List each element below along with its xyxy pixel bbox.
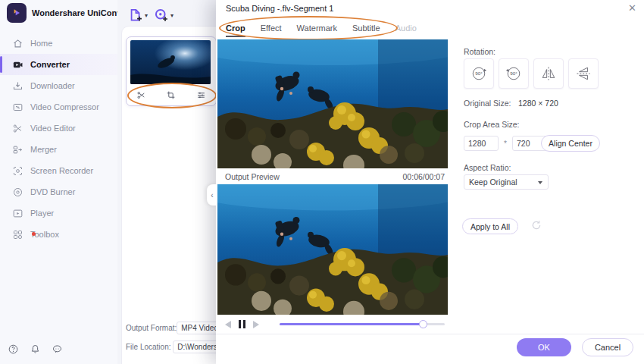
slider-fill [280,323,424,325]
scissors-icon [12,123,23,134]
output-preview[interactable] [217,184,448,315]
compress-icon [12,102,23,113]
sidebar-item-toolbox[interactable]: Toolbox [0,224,117,245]
source-preview[interactable] [217,39,448,168]
svg-text:90°: 90° [510,71,517,76]
next-frame-button[interactable] [253,321,259,328]
chevron-left-icon: ‹ [211,191,213,199]
rotation-buttons: 90° 90° [464,58,599,89]
app-logo-icon [7,3,27,23]
close-icon[interactable]: ✕ [628,2,636,14]
sidebar-item-merger[interactable]: Merger [0,139,117,160]
add-files-button[interactable]: ▾ [128,8,148,23]
sidebar-item-downloader[interactable]: Downloader [0,75,117,96]
flip-horizontal-button[interactable] [533,58,564,89]
tab-effect[interactable]: Effect [261,24,282,37]
seek-slider[interactable] [280,323,445,325]
preview-info-bar: Output Preview 00:06/00:07 [217,168,448,184]
tab-watermark[interactable]: Watermark [297,24,337,37]
time-display: 00:06/00:07 [403,172,445,181]
apply-to-all-button[interactable]: Apply to All [462,218,518,234]
sidebar-item-label: Merger [30,145,57,154]
rotation-label: Rotation: [464,47,496,56]
converter-icon [12,59,23,71]
cancel-button[interactable]: Cancel [582,338,633,356]
flip-vertical-button[interactable] [568,58,599,89]
tab-audio[interactable]: Audio [395,24,417,37]
ok-button[interactable]: OK [517,338,571,356]
sidebar-item-home[interactable]: Home [0,33,117,54]
svg-text:90°: 90° [475,71,483,76]
rotate-cw-button[interactable]: 90° [464,58,494,89]
chevron-down-icon: ▾ [170,12,174,19]
sidebar-item-label: Downloader [30,81,75,90]
add-dvd-button[interactable]: ▾ [154,8,174,23]
align-center-button[interactable]: Align Center [541,135,600,152]
rotate-ccw-button[interactable]: 90° [499,58,529,89]
playback-controls [217,315,448,334]
add-file-icon [128,8,143,23]
tab-crop[interactable]: Crop [226,24,245,37]
sidebar-item-label: DVD Burner [30,187,75,196]
reset-icon[interactable] [530,219,542,234]
footer-divider [216,334,644,334]
toolbox-icon [12,229,23,240]
bell-icon[interactable] [30,344,41,358]
aspect-ratio-value: Keep Original [469,177,517,187]
dialog-title: Scuba Diving -.flv-Segment 1 [226,4,333,13]
sidebar-item-player[interactable]: Player [0,202,117,224]
slider-thumb[interactable] [419,320,427,328]
output-format-value[interactable]: MP4 Video [177,322,220,334]
main-toolbar: ▾ ▾ [128,8,174,23]
clip-toolbar [127,89,216,103]
sidebar-menu: Home Converter Downloader Video Compress… [0,33,117,245]
sidebar-footer [8,344,63,358]
original-size-value: 1280 × 720 [518,99,558,108]
aspect-ratio-label: Aspect Ratio: [464,163,511,172]
prev-icon [225,321,231,328]
disc-icon [12,187,23,198]
crop-area-label: Crop Area Size: [464,120,520,129]
video-clip-card[interactable] [126,36,217,106]
trim-icon[interactable] [136,89,146,103]
output-preview-label: Output Preview [225,172,280,181]
next-icon [253,321,259,328]
player-icon [12,208,23,219]
dialog-tabs: Crop Effect Watermark Subtitle Audio [226,24,417,37]
video-thumbnail[interactable] [130,40,211,84]
crop-width-input[interactable] [464,136,499,151]
sidebar: Wondershare UniConverter Home Converter … [0,0,117,364]
crop-size-separator: * [504,140,507,148]
sidebar-item-video-editor[interactable]: Video Editor [0,118,117,139]
sidebar-collapse-button[interactable]: ‹ [207,184,217,206]
merge-icon [12,144,23,155]
pause-button[interactable] [239,320,245,328]
add-disc-icon [154,8,169,23]
aspect-ratio-select[interactable]: Keep Original [464,174,549,190]
sidebar-item-converter[interactable]: Converter [0,54,117,75]
main-area: ▾ ▾ [117,0,220,364]
sidebar-item-label: Player [30,209,54,218]
sidebar-item-label: Video Compressor [30,102,99,111]
notification-dot [32,232,36,236]
crop-icon[interactable] [166,89,176,103]
app-window: Wondershare UniConverter Home Converter … [0,0,644,364]
file-location-value[interactable]: D:\Wondersha [173,340,220,353]
file-location-label: File Location: [126,343,173,351]
sidebar-item-label: Home [30,39,52,48]
output-format-label: Output Format: [126,324,177,332]
original-size-label: Original Size: [464,99,511,108]
previous-frame-button[interactable] [225,321,231,328]
chevron-down-icon: ▾ [145,12,148,19]
effect-settings-icon[interactable] [196,89,206,103]
tab-subtitle[interactable]: Subtitle [352,24,380,37]
help-icon[interactable] [8,344,19,358]
sidebar-item-label: Converter [30,60,70,69]
home-icon [12,38,23,49]
sidebar-item-video-compressor[interactable]: Video Compressor [0,96,117,118]
sidebar-item-dvd-burner[interactable]: DVD Burner [0,181,117,202]
sidebar-item-screen-recorder[interactable]: Screen Recorder [0,160,117,181]
edit-dialog: ‹ Scuba Diving -.flv-Segment 1 ✕ Crop Ef… [216,0,644,364]
feedback-icon[interactable] [52,344,63,358]
screen-record-icon [12,165,23,177]
